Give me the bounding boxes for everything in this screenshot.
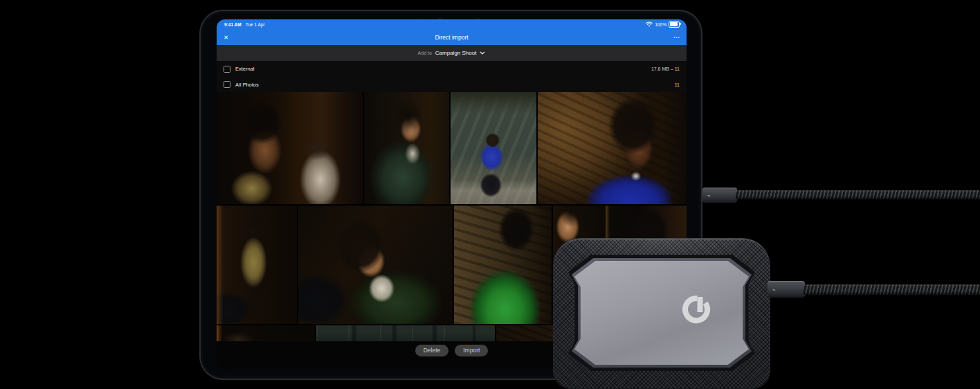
thunderbolt-icon: ⌁ — [707, 193, 710, 198]
source-meta: 17.6 MB – 11 — [651, 66, 680, 71]
app-header: ✕ Direct import ••• — [217, 29, 687, 45]
thunderbolt-icon: ⌁ — [772, 287, 775, 292]
page-title: Direct import — [217, 34, 687, 41]
g-technology-logo-icon — [681, 294, 711, 325]
chevron-down-icon — [480, 51, 485, 55]
add-to-value: Campaign Shoot — [435, 50, 477, 56]
add-to-selector[interactable]: Add to Campaign Shoot — [217, 45, 687, 61]
photo-thumbnail-2[interactable] — [364, 92, 449, 204]
source-row-all-photos[interactable]: All Photos 11 — [217, 77, 687, 92]
photo-thumbnail-7[interactable] — [454, 206, 552, 324]
battery-icon — [669, 21, 680, 28]
usb-c-connector-ssd: ⌁ — [768, 281, 805, 298]
delete-button[interactable]: Delete — [415, 345, 449, 356]
checkbox-external[interactable] — [224, 66, 230, 73]
usb-c-connector-ipad: ⌁ — [702, 188, 737, 203]
add-to-label: Add to — [418, 51, 432, 55]
photo-thumbnail-4[interactable] — [538, 92, 687, 204]
photo-thumbnail-6[interactable] — [298, 206, 453, 324]
source-label: All Photos — [235, 82, 259, 88]
checkbox-all-photos[interactable] — [224, 81, 230, 88]
photo-thumbnail-1[interactable] — [217, 92, 363, 204]
battery-percent: 100% — [655, 22, 666, 27]
status-date: Tue 1 Apr — [246, 22, 265, 27]
source-label: External — [235, 66, 255, 72]
ssd-plate-face — [574, 261, 749, 365]
source-row-external[interactable]: External 17.6 MB – 11 — [217, 61, 687, 77]
photo-thumbnail-5[interactable] — [217, 206, 297, 324]
external-ssd-drive — [553, 238, 770, 389]
wifi-icon — [646, 21, 653, 27]
photo-thumbnail-10[interactable] — [316, 325, 495, 341]
braided-cable-bottom — [804, 284, 980, 295]
status-bar: 9:41 AM Tue 1 Apr 100% — [217, 19, 687, 29]
braided-cable-top — [736, 190, 980, 199]
import-button[interactable]: Import — [455, 345, 488, 356]
source-meta: 11 — [675, 82, 680, 87]
photo-thumbnail-3[interactable] — [451, 92, 536, 204]
status-time: 9:41 AM — [224, 22, 242, 27]
photo-thumbnail-9[interactable] — [217, 325, 315, 341]
